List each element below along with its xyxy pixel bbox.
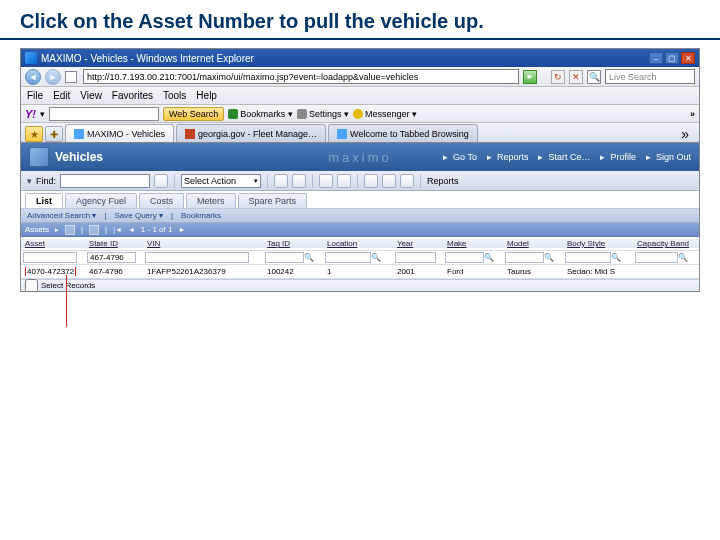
col-year[interactable]: Year [393,239,443,248]
maximo-header: Vehicles maximo ▸Go To ▸Reports ▸Start C… [21,143,699,171]
save-query-link[interactable]: Save Query ▾ [114,211,162,220]
lookup-body-icon[interactable]: 🔍 [611,253,621,263]
menu-edit[interactable]: Edit [53,90,70,101]
filter-toggle-icon[interactable]: ▸ [55,226,59,234]
col-tag-id[interactable]: Tag ID [263,239,323,248]
nav-reports[interactable]: ▸Reports [487,152,529,162]
lookup-tag-icon[interactable]: 🔍 [304,253,314,263]
browser-search-input[interactable]: Live Search [605,69,695,84]
col-body-style[interactable]: Body Style [563,239,633,248]
col-capacity-band[interactable]: Capacity Band [633,239,699,248]
pager-next-icon[interactable]: ► [178,226,185,233]
filter-make-input[interactable] [445,252,484,263]
col-make[interactable]: Make [443,239,503,248]
lookup-cap-icon[interactable]: 🔍 [678,253,688,263]
refresh-button[interactable]: ↻ [551,70,565,84]
tab-icon [74,129,84,139]
lookup-model-icon[interactable]: 🔍 [544,253,554,263]
close-button[interactable]: ✕ [681,52,695,64]
yahoo-search-input[interactable] [49,107,159,121]
toolbar-chevron[interactable]: ▾ [27,176,32,186]
subtab-agency-fuel[interactable]: Agency Fuel [65,193,137,208]
add-favorites-button[interactable]: ✚ [45,126,63,142]
search-provider-icon[interactable]: 🔍 [587,70,601,84]
subtab-costs[interactable]: Costs [139,193,184,208]
yahoo-logo-icon[interactable]: Y! [25,108,36,120]
filter-body-input[interactable] [565,252,611,263]
toolbar-next-button[interactable] [337,174,351,188]
tab-welcome-tabbed[interactable]: Welcome to Tabbed Browsing [328,124,478,142]
col-asset[interactable]: Asset [21,239,85,248]
minimize-button[interactable]: – [649,52,663,64]
filter-location-input[interactable] [325,252,371,263]
filter-cap-input[interactable] [635,252,678,263]
bookmarks-link[interactable]: Bookmarks [181,211,221,220]
toolbar-save-button[interactable] [274,174,288,188]
col-model[interactable]: Model [503,239,563,248]
yahoo-messenger-link[interactable]: Messenger ▾ [353,109,417,119]
forward-button[interactable]: ► [45,69,61,85]
browser-navbar: ◄ ► http://10.7.193.00.210:7001/maximo/u… [21,67,699,87]
filter-model-input[interactable] [505,252,544,263]
menu-tools[interactable]: Tools [163,90,186,101]
pager-prev-icon[interactable]: ◄ [128,226,135,233]
tab-maximo-vehicles[interactable]: MAXIMO - Vehicles [65,124,174,142]
menu-file[interactable]: File [27,90,43,101]
yahoo-web-search-button[interactable]: Web Search [163,107,224,121]
nav-profile[interactable]: ▸Profile [600,152,636,162]
menu-help[interactable]: Help [196,90,217,101]
filter-asset-input[interactable] [23,252,77,263]
go-button[interactable]: ► [523,70,537,84]
toolbar-new-button[interactable] [364,174,378,188]
col-location[interactable]: Location [323,239,393,248]
find-input[interactable] [60,174,150,188]
nav-startcenter[interactable]: ▸Start Ce… [538,152,590,162]
tab-georgia-gov[interactable]: georgia.gov - Fleet Manage… [176,124,326,142]
settings-icon [297,109,307,119]
yahoo-settings-link[interactable]: Settings ▾ [297,109,349,119]
download-icon[interactable] [89,225,99,235]
asset-number-link[interactable]: 4070-472372 [25,267,76,276]
maximo-navlinks: ▸Go To ▸Reports ▸Start Ce… ▸Profile ▸Sig… [443,152,691,162]
col-state-id[interactable]: State ID [85,239,143,248]
lookup-make-icon[interactable]: 🔍 [484,253,494,263]
select-records-checkbox[interactable] [25,279,38,292]
filter-year-input[interactable] [395,252,436,263]
maximize-button[interactable]: ▢ [665,52,679,64]
select-action-dropdown[interactable]: Select Action▾ [181,174,261,188]
stop-button[interactable]: ✕ [569,70,583,84]
col-vin[interactable]: VIN [143,239,263,248]
toolbar-print-button[interactable] [400,174,414,188]
toolbar-overflow-button[interactable]: » [681,126,695,142]
filter-icon[interactable] [65,225,75,235]
toolbar-prev-button[interactable] [319,174,333,188]
pager-first-icon[interactable]: |◄ [113,226,122,233]
maximo-subtabs: List Agency Fuel Costs Meters Spare Part… [21,191,699,209]
subtab-meters[interactable]: Meters [186,193,236,208]
toolbar-reports-button[interactable]: Reports [427,176,459,186]
advanced-search-link[interactable]: Advanced Search ▾ [27,211,96,220]
menu-favorites[interactable]: Favorites [112,90,153,101]
find-go-button[interactable] [154,174,168,188]
address-bar[interactable]: http://10.7.193.00.210:7001/maximo/ui/ma… [83,69,519,84]
nav-goto[interactable]: ▸Go To [443,152,477,162]
reports-icon: ▸ [487,153,495,161]
assets-section-header: Assets ▸ | | |◄ ◄ 1 - 1 of 1 ► [21,223,699,237]
filter-state-id-input[interactable] [87,252,136,263]
lookup-location-icon[interactable]: 🔍 [371,253,381,263]
cell-vin: 1FAFP52261A236379 [143,267,263,276]
yahoo-more-button[interactable]: » [690,109,695,119]
nav-signout[interactable]: ▸Sign Out [646,152,691,162]
toolbar-attach-button[interactable] [382,174,396,188]
subtab-spare-parts[interactable]: Spare Parts [238,193,308,208]
back-button[interactable]: ◄ [25,69,41,85]
table-row[interactable]: 4070-472372 467-4796 1FAFP52261A236379 1… [21,265,699,279]
favorites-center-button[interactable]: ★ [25,126,43,142]
filter-tag-input[interactable] [265,252,304,263]
yahoo-bookmarks-link[interactable]: Bookmarks ▾ [228,109,293,119]
filter-vin-input[interactable] [145,252,249,263]
cell-body-style: Sedan: Mid S [563,267,633,276]
subtab-list[interactable]: List [25,193,63,208]
toolbar-clear-button[interactable] [292,174,306,188]
menu-view[interactable]: View [80,90,102,101]
